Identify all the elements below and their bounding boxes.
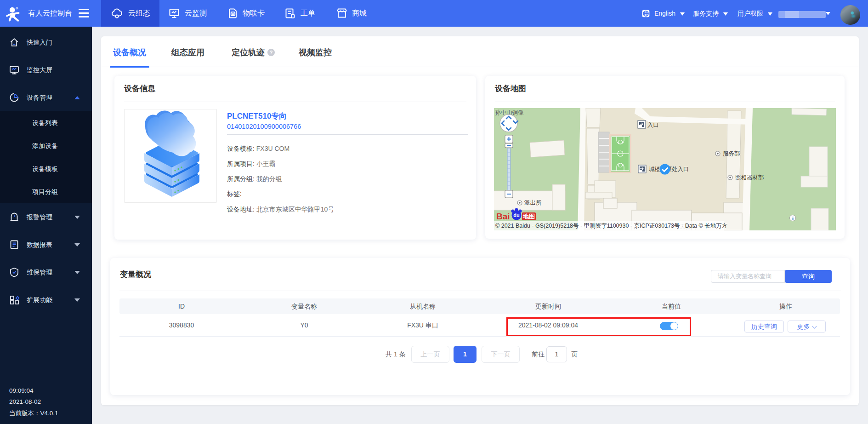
svg-text:Bai: Bai xyxy=(496,212,510,221)
svg-text:© 2021 Baidu - GS(2019)5218号 -: © 2021 Baidu - GS(2019)5218号 - 甲测资字11009… xyxy=(495,223,727,229)
svg-text:入口: 入口 xyxy=(647,122,659,128)
svg-text:派出所: 派出所 xyxy=(524,200,542,206)
svg-text:du: du xyxy=(513,212,519,218)
svg-text:服务部: 服务部 xyxy=(723,150,740,157)
svg-text:照相器材部: 照相器材部 xyxy=(735,174,764,181)
svg-text:地图: 地图 xyxy=(522,213,535,220)
svg-text:ii: ii xyxy=(792,216,794,221)
